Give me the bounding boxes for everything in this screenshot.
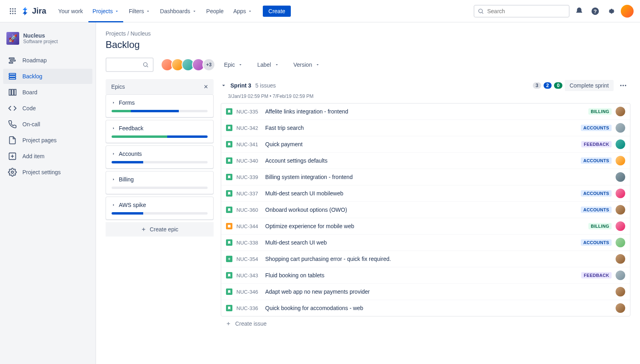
svg-line-10 [482, 12, 483, 14]
epic-feedback[interactable]: Feedback [106, 120, 214, 143]
assignee-avatars[interactable]: +3 [161, 58, 215, 71]
issue-assignee-avatar[interactable] [616, 238, 625, 247]
nav-people[interactable]: People [202, 6, 228, 17]
chevron-right-icon [112, 126, 116, 130]
epics-panel: Epics × FormsFeedbackAccountsBillingAWS … [106, 79, 214, 331]
issue-assignee-avatar[interactable] [616, 254, 625, 264]
epic-label: BILLING [588, 108, 612, 115]
issue-assignee-avatar[interactable] [616, 221, 625, 231]
epic-forms[interactable]: Forms [106, 94, 214, 117]
help-icon[interactable]: ? [589, 5, 602, 18]
global-search[interactable] [474, 5, 570, 18]
sprint-name[interactable]: Sprint 3 [230, 82, 251, 89]
issue-row[interactable]: NUC-339Billing system integration - fron… [221, 169, 630, 185]
project-header[interactable]: 🚀 Nucleus Software project [3, 30, 92, 53]
issue-title: Multi-dest search UI web [265, 239, 577, 246]
svg-line-27 [147, 66, 148, 67]
issue-type-icon [226, 207, 232, 213]
issue-title: Multi-dest search UI mobileweb [265, 190, 577, 197]
create-issue-button[interactable]: Create issue [221, 316, 630, 331]
filter-label[interactable]: Label [256, 59, 280, 70]
sidebar-item-add-item[interactable]: Add item [3, 149, 92, 164]
sprint-done-count: 0 [554, 82, 562, 89]
issue-assignee-avatar[interactable] [616, 123, 625, 133]
jira-logo[interactable]: Jira [21, 6, 46, 16]
backlog-search[interactable] [106, 58, 154, 72]
epic-label: FEEDBACK [581, 272, 612, 278]
issue-row[interactable]: NUC-360Onboard workout options (OWO)ACCO… [221, 202, 630, 218]
nav-dashboards[interactable]: Dashboards [156, 6, 201, 17]
issue-row[interactable]: NUC-338Multi-dest search UI webACCOUNTS [221, 235, 630, 251]
issue-assignee-avatar[interactable] [616, 189, 625, 198]
nav-apps[interactable]: Apps [229, 6, 256, 17]
issue-assignee-avatar[interactable] [616, 139, 625, 149]
sidebar-item-on-call[interactable]: On-call [3, 117, 92, 132]
issue-type-icon [226, 108, 232, 115]
issue-row[interactable]: NUC-346Adapt web app no new payments pro… [221, 284, 630, 300]
issue-type-icon [226, 256, 232, 262]
issue-assignee-avatar[interactable] [616, 172, 625, 182]
main-content: Projects / Nucleus Backlog +3 EpicLabelV… [96, 22, 640, 364]
epic-accounts[interactable]: Accounts [106, 145, 214, 169]
epics-header: Epics × [106, 79, 214, 94]
sidebar-item-code[interactable]: Code [3, 101, 92, 116]
issue-assignee-avatar[interactable] [616, 205, 625, 215]
issue-assignee-avatar[interactable] [616, 287, 625, 296]
close-epics-icon[interactable]: × [204, 83, 208, 90]
nav-your-work[interactable]: Your work [54, 6, 87, 17]
notifications-icon[interactable] [573, 5, 586, 18]
issue-row[interactable]: NUC-342Fast trip searchACCOUNTS [221, 120, 630, 136]
svg-point-25 [11, 171, 14, 173]
epic-label: FEEDBACK [581, 141, 612, 147]
avatar-more[interactable]: +3 [202, 58, 215, 71]
issue-row[interactable]: NUC-335Affelite links integration - fron… [221, 103, 630, 120]
epic-aws-spike[interactable]: AWS spike [106, 197, 214, 220]
issue-assignee-avatar[interactable] [616, 107, 625, 116]
app-switcher-icon[interactable] [6, 5, 19, 18]
issue-title: Shopping cart purchasing error - quick f… [265, 256, 612, 262]
chevron-down-icon[interactable] [221, 83, 226, 88]
filter-epic[interactable]: Epic [222, 59, 244, 70]
svg-point-26 [144, 63, 147, 66]
issue-row[interactable]: NUC-336Quick booking for accomodations -… [221, 300, 630, 316]
sidebar-item-backlog[interactable]: Backlog [3, 69, 92, 84]
sprint-more-icon[interactable] [616, 79, 630, 92]
issue-assignee-avatar[interactable] [616, 271, 625, 280]
breadcrumb: Projects / Nucleus [106, 30, 630, 37]
complete-sprint-button[interactable]: Complete sprint [565, 80, 614, 91]
nav-projects[interactable]: Projects [88, 6, 123, 17]
issue-row[interactable]: NUC-344Optimize experience for mobile we… [221, 218, 630, 235]
sidebar-item-board[interactable]: Board [3, 85, 92, 100]
filter-version[interactable]: Version [292, 59, 322, 70]
issue-row[interactable]: NUC-340Account settings defaultsACCOUNTS [221, 153, 630, 169]
issue-row[interactable]: NUC-354Shopping cart purchasing error - … [221, 251, 630, 267]
sidebar-item-roadmap[interactable]: Roadmap [3, 53, 92, 68]
svg-point-31 [622, 85, 624, 86]
issue-title: Fluid booking on tablets [265, 272, 577, 278]
create-epic-button[interactable]: Create epic [106, 222, 214, 237]
user-avatar[interactable] [621, 5, 634, 18]
settings-icon[interactable] [605, 5, 618, 18]
issue-row[interactable]: NUC-341Quick paymentFEEDBACK [221, 136, 630, 153]
svg-rect-14 [10, 60, 16, 61]
project-name: Nucleus [23, 32, 58, 39]
issue-type-icon [226, 157, 232, 164]
issue-key: NUC-337 [236, 191, 261, 197]
sidebar-item-project-settings[interactable]: Project settings [3, 165, 92, 180]
issue-row[interactable]: NUC-343Fluid booking on tabletsFEEDBACK [221, 267, 630, 284]
svg-rect-21 [14, 90, 16, 95]
issue-assignee-avatar[interactable] [616, 303, 625, 313]
svg-point-5 [14, 10, 16, 12]
page-title: Backlog [106, 39, 630, 50]
nav-filters[interactable]: Filters [125, 6, 154, 17]
sidebar-item-project-pages[interactable]: Project pages [3, 133, 92, 148]
issue-title: Optimize experience for mobile web [265, 223, 584, 229]
search-input[interactable] [487, 8, 566, 14]
issue-title: Account settings defaults [265, 157, 577, 164]
epic-billing[interactable]: Billing [106, 171, 214, 194]
breadcrumb-root[interactable]: Projects [106, 30, 126, 37]
breadcrumb-leaf[interactable]: Nucleus [130, 30, 151, 37]
issue-assignee-avatar[interactable] [616, 156, 625, 165]
create-button[interactable]: Create [263, 6, 291, 17]
issue-row[interactable]: NUC-337Multi-dest search UI mobilewebACC… [221, 185, 630, 202]
